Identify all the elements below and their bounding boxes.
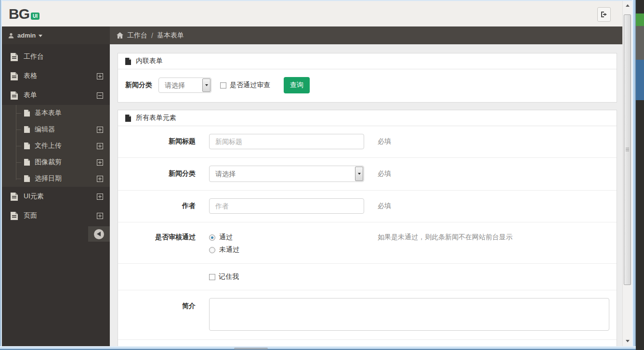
plus-square-icon[interactable] (97, 159, 103, 166)
control-cell: 通过 未通过 (209, 231, 364, 256)
home-icon (117, 32, 123, 39)
control-cell: 记住我 (209, 272, 364, 281)
breadcrumb-home-link[interactable]: 工作台 (127, 31, 147, 40)
sidebar-subitem-label: 文件上传 (35, 142, 97, 150)
desktop-background (636, 0, 644, 350)
news-title-row: 新闻标题 必填 (118, 126, 617, 158)
plus-square-icon[interactable] (97, 176, 103, 182)
document-icon (24, 159, 30, 166)
sidebar-item-label: 页面 (24, 211, 97, 220)
sign-out-icon (601, 11, 608, 18)
sidebar-item-ui-elements[interactable]: UI元素 (2, 187, 110, 206)
intro-label: 简介 (125, 298, 196, 311)
sidebar-item-tables[interactable]: 表格 (2, 66, 110, 86)
breadcrumb-current: 基本表单 (157, 31, 184, 40)
all-form-elements-panel: 所有表单元素 新闻标题 必填 新闻分类 请选择 必填 作者 (118, 110, 617, 346)
sidebar-item-pages[interactable]: 页面 (2, 206, 110, 225)
logout-button[interactable] (597, 7, 611, 22)
plus-square-icon[interactable] (97, 143, 103, 149)
radio-option-pass: 通过 (209, 231, 364, 244)
required-note: 必填 (378, 169, 391, 178)
document-icon (24, 110, 30, 117)
sidebar-subitem-editor[interactable]: 编辑器 (2, 121, 110, 138)
review-filter-label: 是否通过审查 (230, 81, 270, 90)
desktop-gray-fragment (636, 26, 644, 60)
sidebar-subitem-file-upload[interactable]: 文件上传 (2, 138, 110, 154)
sidebar-item-label: 工作台 (24, 52, 103, 61)
submit-row (118, 340, 617, 346)
user-dropdown[interactable]: admin (2, 26, 110, 44)
author-input[interactable] (209, 198, 364, 214)
news-title-input[interactable] (209, 134, 364, 149)
document-icon (11, 53, 18, 61)
scroll-up-arrow[interactable] (623, 1, 632, 10)
window-resize-grip[interactable] (234, 348, 268, 350)
radio-pass[interactable] (209, 234, 215, 241)
news-category-select[interactable]: 请选择 (209, 166, 364, 182)
sidebar-subitem-label: 编辑器 (35, 125, 97, 134)
sidebar-subitem-label: 选择日期 (35, 174, 97, 183)
document-icon (24, 126, 30, 133)
sidebar-collapse-button[interactable] (88, 226, 110, 242)
scrollbar-thumb[interactable] (624, 14, 631, 285)
sidebar: 工作台 表格 表单 基本表单 编辑器 (2, 44, 110, 346)
required-note: 必填 (378, 137, 391, 146)
panel-header: 所有表单元素 (118, 110, 617, 126)
minus-square-icon[interactable] (97, 92, 103, 99)
select-value: 请选择 (210, 166, 364, 181)
radio-option-fail: 未通过 (209, 244, 364, 256)
news-category-row: 新闻分类 请选择 必填 (118, 158, 617, 191)
radio-fail[interactable] (209, 247, 215, 253)
intro-textarea[interactable] (209, 298, 609, 331)
remember-me-checkbox[interactable] (209, 274, 215, 280)
remember-me-label: 记住我 (219, 272, 239, 281)
sidebar-item-workbench[interactable]: 工作台 (2, 47, 110, 66)
inline-form-panel: 内联表单 新闻分类 请选择 是否通过审查 查询 (118, 53, 617, 103)
breadcrumb-separator: / (151, 32, 153, 39)
user-icon (8, 33, 14, 39)
sidebar-subitem-date-picker[interactable]: 选择日期 (2, 170, 110, 187)
username: admin (17, 32, 36, 39)
intro-row: 简介 (118, 290, 617, 340)
desktop-green-fragment (636, 13, 644, 26)
radio-fail-label: 未通过 (219, 246, 239, 254)
control-cell (209, 134, 364, 149)
top-header: BG UI (2, 1, 622, 26)
panel-header: 内联表单 (118, 53, 617, 69)
document-icon (11, 212, 18, 220)
author-label: 作者 (125, 202, 196, 210)
panel-title: 所有表单元素 (136, 114, 176, 122)
document-icon (11, 91, 18, 100)
vertical-scrollbar[interactable] (622, 1, 632, 346)
file-icon (125, 58, 131, 65)
radio-pass-label: 通过 (219, 233, 233, 242)
sidebar-item-forms[interactable]: 表单 (2, 86, 110, 105)
logo-ui-badge: UI (31, 13, 39, 20)
review-filter-checkbox[interactable] (220, 82, 226, 89)
search-button[interactable]: 查询 (284, 77, 310, 93)
scroll-down-arrow[interactable] (623, 337, 632, 345)
remember-me-row: 记住我 (118, 264, 617, 290)
select-dropdown-button[interactable] (355, 167, 363, 181)
sidebar-subitem-image-crop[interactable]: 图像裁剪 (2, 154, 110, 170)
sidebar-subitem-basic-form[interactable]: 基本表单 (2, 105, 110, 121)
document-icon (11, 193, 18, 201)
sidebar-item-label: UI元素 (24, 192, 97, 201)
document-icon (24, 143, 30, 149)
select-dropdown-button[interactable] (202, 78, 210, 92)
review-row: 是否审核通过 通过 未通过 如果是未通过，则此条新闻不在网站前台显示 (118, 222, 617, 264)
caret-down-icon (39, 35, 42, 37)
control-cell: 请选择 (209, 166, 364, 182)
review-label: 是否审核通过 (125, 231, 196, 242)
category-select[interactable]: 请选择 (158, 78, 211, 93)
document-icon (24, 175, 30, 182)
sidebar-subitem-label: 基本表单 (35, 109, 103, 117)
plus-square-icon[interactable] (97, 213, 103, 219)
plus-square-icon[interactable] (97, 127, 103, 133)
sidebar-item-label: 表格 (24, 72, 97, 80)
news-category-label: 新闻分类 (125, 169, 196, 178)
plus-square-icon[interactable] (97, 73, 103, 79)
logo-text: BG (9, 6, 29, 22)
window-frame-right (632, 0, 636, 350)
plus-square-icon[interactable] (97, 194, 103, 200)
